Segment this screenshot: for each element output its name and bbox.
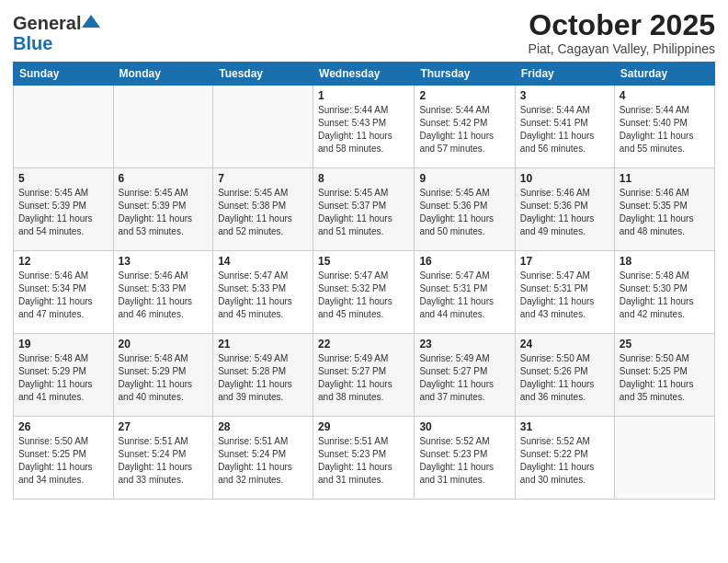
calendar-cell: 8 Sunrise: 5:45 AMSunset: 5:37 PMDayligh… [313,168,415,251]
day-info: Sunrise: 5:45 AMSunset: 5:37 PMDaylight:… [318,188,392,236]
calendar-table: Sunday Monday Tuesday Wednesday Thursday… [13,62,715,500]
calendar-cell: 12 Sunrise: 5:46 AMSunset: 5:34 PMDaylig… [14,251,114,334]
svg-marker-0 [82,15,100,28]
calendar-cell: 3 Sunrise: 5:44 AMSunset: 5:41 PMDayligh… [515,86,614,168]
day-info: Sunrise: 5:49 AMSunset: 5:27 PMDaylight:… [419,353,494,402]
logo: General Blue [13,13,100,53]
calendar-cell: 18 Sunrise: 5:48 AMSunset: 5:30 PMDaylig… [614,251,714,334]
day-info: Sunrise: 5:50 AMSunset: 5:25 PMDaylight:… [620,353,694,402]
calendar-cell: 27 Sunrise: 5:51 AMSunset: 5:24 PMDaylig… [113,417,213,500]
day-info: Sunrise: 5:46 AMSunset: 5:35 PMDaylight:… [620,188,694,236]
day-number: 22 [318,338,409,350]
day-info: Sunrise: 5:46 AMSunset: 5:36 PMDaylight:… [520,188,595,236]
calendar-cell: 15 Sunrise: 5:47 AMSunset: 5:32 PMDaylig… [313,251,415,334]
day-info: Sunrise: 5:52 AMSunset: 5:22 PMDaylight:… [520,436,595,485]
calendar-cell: 22 Sunrise: 5:49 AMSunset: 5:27 PMDaylig… [313,334,415,417]
day-info: Sunrise: 5:50 AMSunset: 5:26 PMDaylight:… [520,353,595,402]
day-info: Sunrise: 5:51 AMSunset: 5:23 PMDaylight:… [318,436,392,485]
day-number: 14 [218,255,308,268]
calendar-cell: 21 Sunrise: 5:49 AMSunset: 5:28 PMDaylig… [213,334,313,417]
calendar-cell: 1 Sunrise: 5:44 AMSunset: 5:43 PMDayligh… [313,86,415,168]
calendar-cell: 19 Sunrise: 5:48 AMSunset: 5:29 PMDaylig… [14,334,114,417]
calendar-container: General Blue October 2025 Piat, Cagayan … [0,0,728,507]
calendar-cell: 26 Sunrise: 5:50 AMSunset: 5:25 PMDaylig… [14,417,114,500]
day-info: Sunrise: 5:47 AMSunset: 5:32 PMDaylight:… [318,270,392,319]
day-number: 15 [318,255,409,268]
header-area: General Blue October 2025 Piat, Cagayan … [13,9,715,56]
day-number: 26 [18,420,108,433]
day-info: Sunrise: 5:49 AMSunset: 5:28 PMDaylight:… [218,353,292,402]
calendar-cell: 7 Sunrise: 5:45 AMSunset: 5:38 PMDayligh… [213,168,313,251]
calendar-body: 1 Sunrise: 5:44 AMSunset: 5:43 PMDayligh… [14,86,715,500]
header-wednesday: Wednesday [313,63,415,86]
day-info: Sunrise: 5:46 AMSunset: 5:33 PMDaylight:… [119,270,193,319]
day-number: 6 [119,172,209,185]
calendar-cell [113,86,213,168]
day-info: Sunrise: 5:50 AMSunset: 5:25 PMDaylight:… [18,436,93,485]
calendar-week-row: 12 Sunrise: 5:46 AMSunset: 5:34 PMDaylig… [14,251,715,334]
calendar-cell: 28 Sunrise: 5:51 AMSunset: 5:24 PMDaylig… [213,417,313,500]
calendar-cell: 31 Sunrise: 5:52 AMSunset: 5:22 PMDaylig… [515,417,614,500]
day-info: Sunrise: 5:45 AMSunset: 5:38 PMDaylight:… [218,188,292,236]
logo-text-general: General [13,13,81,33]
day-number: 18 [620,255,710,268]
day-number: 16 [419,255,509,268]
day-number: 20 [119,338,209,350]
calendar-cell: 2 Sunrise: 5:44 AMSunset: 5:42 PMDayligh… [415,86,515,168]
day-number: 5 [18,172,108,185]
title-block: October 2025 Piat, Cagayan Valley, Phili… [529,9,715,56]
calendar-cell: 13 Sunrise: 5:46 AMSunset: 5:33 PMDaylig… [113,251,213,334]
calendar-cell: 23 Sunrise: 5:49 AMSunset: 5:27 PMDaylig… [415,334,515,417]
day-info: Sunrise: 5:44 AMSunset: 5:40 PMDaylight:… [620,105,694,154]
day-number: 27 [119,420,209,433]
calendar-cell: 25 Sunrise: 5:50 AMSunset: 5:25 PMDaylig… [614,334,714,417]
calendar-cell: 16 Sunrise: 5:47 AMSunset: 5:31 PMDaylig… [415,251,515,334]
day-info: Sunrise: 5:47 AMSunset: 5:31 PMDaylight:… [419,270,494,319]
calendar-cell: 5 Sunrise: 5:45 AMSunset: 5:39 PMDayligh… [14,168,114,251]
day-number: 12 [18,255,108,268]
day-info: Sunrise: 5:51 AMSunset: 5:24 PMDaylight:… [218,436,292,485]
day-number: 29 [318,420,409,433]
calendar-cell: 20 Sunrise: 5:48 AMSunset: 5:29 PMDaylig… [113,334,213,417]
day-info: Sunrise: 5:44 AMSunset: 5:42 PMDaylight:… [419,105,494,154]
day-info: Sunrise: 5:45 AMSunset: 5:39 PMDaylight:… [119,188,193,236]
calendar-cell [614,417,714,500]
day-info: Sunrise: 5:48 AMSunset: 5:30 PMDaylight:… [620,270,694,319]
day-info: Sunrise: 5:52 AMSunset: 5:23 PMDaylight:… [419,436,494,485]
logo-triangle-icon [82,15,100,28]
day-info: Sunrise: 5:45 AMSunset: 5:39 PMDaylight:… [18,188,93,236]
calendar-cell: 6 Sunrise: 5:45 AMSunset: 5:39 PMDayligh… [113,168,213,251]
day-number: 23 [419,338,509,350]
day-info: Sunrise: 5:48 AMSunset: 5:29 PMDaylight:… [18,353,93,402]
day-number: 8 [318,172,409,185]
calendar-cell: 4 Sunrise: 5:44 AMSunset: 5:40 PMDayligh… [614,86,714,168]
day-number: 3 [520,89,609,102]
day-info: Sunrise: 5:49 AMSunset: 5:27 PMDaylight:… [318,353,392,402]
day-number: 21 [218,338,308,350]
header-sunday: Sunday [14,63,114,86]
day-number: 9 [419,172,509,185]
calendar-cell: 14 Sunrise: 5:47 AMSunset: 5:33 PMDaylig… [213,251,313,334]
day-info: Sunrise: 5:47 AMSunset: 5:33 PMDaylight:… [218,270,292,319]
location: Piat, Cagayan Valley, Philippines [529,41,715,56]
calendar-cell: 29 Sunrise: 5:51 AMSunset: 5:23 PMDaylig… [313,417,415,500]
day-number: 19 [18,338,108,350]
logo-text-blue: Blue [13,33,52,53]
header-thursday: Thursday [415,63,515,86]
header-friday: Friday [515,63,614,86]
calendar-week-row: 1 Sunrise: 5:44 AMSunset: 5:43 PMDayligh… [14,86,715,168]
day-number: 28 [218,420,308,433]
header-tuesday: Tuesday [213,63,313,86]
day-number: 17 [520,255,609,268]
calendar-cell: 17 Sunrise: 5:47 AMSunset: 5:31 PMDaylig… [515,251,614,334]
header-saturday: Saturday [614,63,714,86]
calendar-week-row: 5 Sunrise: 5:45 AMSunset: 5:39 PMDayligh… [14,168,715,251]
calendar-cell: 10 Sunrise: 5:46 AMSunset: 5:36 PMDaylig… [515,168,614,251]
day-number: 1 [318,89,409,102]
day-number: 10 [520,172,609,185]
month-title: October 2025 [529,9,715,41]
calendar-cell [14,86,114,168]
day-number: 13 [119,255,209,268]
day-number: 31 [520,420,609,433]
header-monday: Monday [113,63,213,86]
